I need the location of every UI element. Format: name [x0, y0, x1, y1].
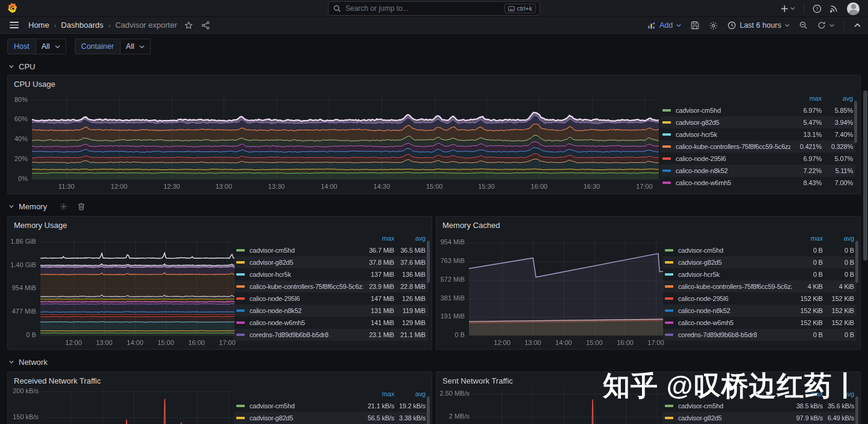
- collapse-up-icon[interactable]: [854, 22, 861, 29]
- section-memory[interactable]: Memory: [8, 199, 85, 214]
- legend-row[interactable]: cadvisor-cm5hd6.97%5.85%: [660, 104, 855, 116]
- search-input[interactable]: [345, 4, 505, 13]
- row-settings-icon[interactable]: [60, 203, 68, 210]
- star-icon[interactable]: [184, 21, 193, 30]
- legend-column-header[interactable]: max: [791, 235, 823, 242]
- time-range-picker[interactable]: Last 6 hours: [728, 21, 790, 30]
- legend-column-header[interactable]: avg: [394, 390, 426, 397]
- search-bar[interactable]: ctrl+k: [328, 1, 540, 16]
- section-network[interactable]: Network: [8, 355, 48, 369]
- breadcrumb: Home › Dashboards › Cadvisor exporter: [28, 21, 210, 30]
- legend-row[interactable]: cadvisor-hcr5k0 B0 B: [662, 268, 857, 280]
- series-avg: 0 B: [823, 259, 854, 266]
- legend-column-header[interactable]: max: [363, 390, 394, 397]
- dashboard-variables: Host All Container All: [7, 39, 151, 54]
- add-button[interactable]: Add: [647, 21, 681, 30]
- new-menu-button[interactable]: [781, 5, 795, 13]
- legend-row[interactable]: calico-node-w6mh58.43%7.00%: [660, 177, 855, 189]
- save-dashboard-icon[interactable]: [691, 21, 699, 30]
- legend-row[interactable]: cadvisor-cm5hd36.7 MiB36.5 MiB: [234, 244, 428, 256]
- breadcrumb-dashboards[interactable]: Dashboards: [61, 21, 103, 30]
- refresh-button[interactable]: [817, 21, 834, 30]
- help-icon[interactable]: ?: [813, 4, 822, 13]
- user-avatar[interactable]: [847, 2, 860, 15]
- legend-row[interactable]: calico-kube-controllers-75f8f6cc59-5c6zz…: [660, 141, 855, 153]
- grafana-logo[interactable]: [7, 3, 18, 14]
- legend-row[interactable]: cadvisor-g82d50 B0 B: [662, 256, 857, 268]
- breadcrumb-home[interactable]: Home: [28, 21, 49, 30]
- series-avg: 21.1 MiB: [394, 331, 426, 338]
- legend-row[interactable]: cadvisor-hcr5k137 MiB136 MiB: [234, 268, 428, 280]
- legend-row[interactable]: cadvisor-hcr5k13.1%7.40%: [660, 128, 855, 141]
- legend-column-header[interactable]: avg: [394, 235, 426, 242]
- legend-row[interactable]: coredns-7d89d9b6b8-b5dr823.1 MiB21.1 MiB: [234, 329, 428, 341]
- legend-row[interactable]: coredns-7d89d9b6b8-b5dr80 B0 B: [662, 329, 857, 341]
- legend-row[interactable]: calico-node-w6mh5152 KiB152 KiB: [662, 317, 857, 329]
- legend-row[interactable]: cadvisor-g82d55.47%3.94%: [660, 116, 855, 128]
- legend-scrollbar[interactable]: [854, 101, 857, 143]
- series-avg: 126 MiB: [394, 295, 426, 302]
- memory-usage-chart[interactable]: [10, 232, 236, 347]
- legend-scrollbar[interactable]: [427, 241, 430, 283]
- panel-memory-cached: Memory Cached maxavgcadvisor-cm5hd0 B0 B…: [436, 216, 861, 350]
- add-panel-icon: [647, 22, 656, 30]
- panel-title[interactable]: Received Network Traffic: [14, 376, 101, 385]
- series-color-chip: [665, 405, 673, 407]
- series-max: 0 B: [791, 331, 823, 338]
- legend-scrollbar[interactable]: [427, 396, 430, 424]
- panel-title[interactable]: Sent Network Traffic: [442, 376, 513, 385]
- legend-row[interactable]: calico-node-n8k52152 KiB152 KiB: [662, 305, 857, 317]
- series-max: 23.1 MiB: [363, 331, 394, 338]
- chevron-down-icon: [785, 23, 790, 28]
- series-avg: 19.2 kB/s: [394, 402, 426, 410]
- zoom-out-icon[interactable]: [799, 21, 808, 30]
- memory-cached-chart[interactable]: [439, 232, 664, 347]
- series-max: 152 KiB: [791, 295, 823, 302]
- page-scrollbar[interactable]: [863, 90, 867, 261]
- legend-row[interactable]: calico-node-295l6147 MiB126 MiB: [234, 293, 428, 305]
- legend-row[interactable]: calico-node-295l6152 KiB152 KiB: [662, 293, 857, 305]
- series-color-chip: [236, 405, 245, 407]
- row-delete-icon[interactable]: [78, 203, 85, 210]
- legend-row[interactable]: calico-node-n8k52131 MiB119 MiB: [234, 305, 428, 317]
- dashboard-toolbar: Home › Dashboards › Cadvisor exporter Ad…: [0, 17, 868, 34]
- series-avg: 36.5 MiB: [394, 247, 426, 254]
- panel-title[interactable]: Memory Cached: [442, 221, 500, 230]
- clock-icon: [728, 21, 736, 30]
- dashboard-settings-icon[interactable]: [709, 21, 718, 30]
- cpu-usage-chart[interactable]: [13, 91, 661, 191]
- legend-column-header[interactable]: max: [363, 235, 394, 242]
- legend-row[interactable]: calico-node-n8k527.22%5.11%: [660, 165, 855, 177]
- legend-row[interactable]: cadvisor-cm5hd0 B0 B: [662, 244, 857, 256]
- section-cpu[interactable]: CPU: [8, 59, 35, 74]
- legend-row[interactable]: cadvisor-g82d537.8 MiB37.6 MiB: [234, 256, 428, 268]
- legend-row[interactable]: cadvisor-g82d556.5 kB/s3.38 kB/s: [234, 412, 428, 424]
- legend-row[interactable]: calico-node-295l66.97%5.07%: [660, 153, 855, 165]
- series-avg: 7.00%: [822, 179, 853, 186]
- menu-toggle-icon[interactable]: [10, 22, 19, 28]
- legend-column-header[interactable]: avg: [823, 235, 854, 242]
- series-color-chip: [236, 249, 245, 252]
- series-max: 141 MiB: [363, 319, 394, 326]
- variable-container-value[interactable]: All: [121, 39, 151, 54]
- series-color-chip: [662, 133, 671, 136]
- panel-title[interactable]: Memory Usage: [14, 221, 67, 230]
- series-avg: 119 MiB: [394, 307, 426, 314]
- legend-scrollbar[interactable]: [855, 241, 858, 283]
- series-avg: 22.8 MiB: [394, 283, 426, 290]
- news-icon[interactable]: [830, 4, 838, 13]
- legend-row[interactable]: calico-node-w6mh5141 MiB129 MiB: [234, 317, 428, 329]
- panel-title[interactable]: CPU Usage: [14, 80, 55, 89]
- share-icon[interactable]: [201, 21, 210, 30]
- series-avg: 152 KiB: [823, 307, 854, 314]
- panel-cpu-usage: CPU Usage maxavgcadvisor-cm5hd6.97%5.85%…: [7, 75, 861, 194]
- legend-row[interactable]: calico-kube-controllers-75f8f6cc59-5c6zz…: [662, 280, 857, 293]
- legend-row[interactable]: cadvisor-g82d597.9 kB/s6.49 kB/s: [662, 412, 857, 424]
- legend-row[interactable]: cadvisor-cm5hd21.1 kB/s19.2 kB/s: [234, 400, 428, 412]
- legend-column-header[interactable]: avg: [822, 95, 853, 102]
- received-network-traffic-chart[interactable]: [10, 388, 236, 424]
- variable-host-value[interactable]: All: [36, 39, 66, 54]
- legend-row[interactable]: calico-kube-controllers-75f8f6cc59-5c6zz…: [234, 280, 428, 293]
- series-max: 13.1%: [790, 131, 822, 138]
- legend-column-header[interactable]: max: [790, 95, 822, 102]
